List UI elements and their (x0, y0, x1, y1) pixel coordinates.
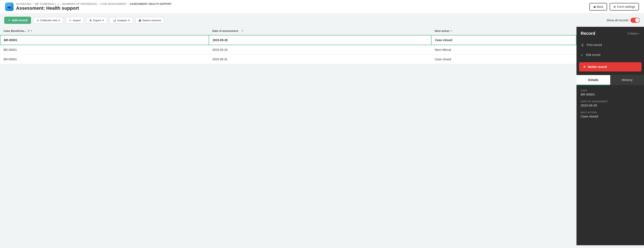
page-title: Assessment: Health support (16, 5, 172, 11)
import-button[interactable]: ☺ Import (66, 17, 84, 24)
breadcrumb-assessment: ASSESSMENT: HEALTH SUPPORT (130, 2, 172, 5)
column-next-action: Next action ▾ (431, 27, 576, 35)
main-layout: Case Beneficiar... ⇅ ▾ Date of assessmen… (0, 27, 644, 245)
column-next-action-label: Next action (435, 29, 450, 32)
column-date-label: Date of assessment (212, 29, 238, 32)
panel-header: Record Collapse › (576, 27, 644, 38)
import-icon: ☺ (69, 19, 72, 22)
app-header: DATABASES › MR. DOMENICO (...) › (NUMBER… (0, 0, 644, 14)
show-all-records-control: Show all records (607, 18, 640, 23)
cell-case-beneficiary: BR-00001 (0, 45, 209, 55)
analyze-label: Analyze (117, 19, 127, 22)
collection-link-button[interactable]: ⊙ Collection link ▾ (34, 17, 63, 24)
collapse-label: Collapse (627, 32, 638, 35)
breadcrumb: DATABASES › MR. DOMENICO (...) › (NUMBER… (16, 2, 172, 5)
data-table: Case Beneficiar... ⇅ ▾ Date of assessmen… (0, 27, 576, 64)
sort-icon-date[interactable]: ↑ (239, 30, 240, 32)
collection-link-label: Collection link (40, 19, 57, 22)
back-icon: ◀ (593, 5, 596, 8)
add-record-button[interactable]: ＋ Add record (4, 17, 31, 24)
table-row[interactable]: BR-00001 2023-09-19 Next referral (0, 45, 576, 55)
cell-date: 2023-09-28 (209, 35, 431, 45)
select-columns-button[interactable]: ▦ Select columns (136, 17, 164, 24)
column-case-beneficiary: Case Beneficiar... ⇅ ▾ (0, 27, 209, 35)
column-date-of-assessment: Date of assessment ↑ ▾ (209, 27, 431, 35)
delete-record-label: Delete record (588, 65, 607, 68)
table-row[interactable]: BR-00001 2023-09-28 Case closed (0, 35, 576, 45)
panel-actions: 🖨 Print record ↙ Edit record (576, 38, 644, 61)
export-icon: ⊕ (90, 19, 92, 22)
breadcrumb-sep1: › (33, 2, 34, 5)
add-record-label: Add record (12, 18, 28, 22)
right-panel: Record Collapse › 🖨 Print record ↙ Edit … (576, 27, 644, 245)
tab-history-label: History (622, 78, 632, 82)
form-settings-label: Form settings (617, 5, 635, 8)
edit-icon: ↙ (581, 53, 584, 57)
print-record-label: Print record (586, 43, 602, 47)
panel-title: Record (581, 31, 595, 36)
select-columns-label: Select columns (142, 19, 161, 22)
header-left: DATABASES › MR. DOMENICO (...) › (NUMBER… (5, 2, 172, 11)
breadcrumb-sep3: › (98, 2, 99, 5)
breadcrumb-case-management[interactable]: CASE MANAGEMENT (100, 2, 126, 5)
detail-case: CASE BR-00001 (581, 89, 640, 96)
cell-next-action: Next referral (431, 45, 576, 55)
show-all-records-toggle[interactable] (630, 18, 640, 23)
tabs: Details History (576, 75, 644, 85)
date-label: DATE OF ASSESSMENT (581, 100, 640, 103)
analyze-icon: 📊 (113, 19, 116, 22)
tab-details-label: Details (588, 78, 598, 82)
column-case-beneficiary-label: Case Beneficiar... (4, 29, 26, 32)
link-icon: ⊙ (37, 19, 39, 22)
form-settings-button[interactable]: ⊕ Form settings (610, 3, 639, 10)
cell-date: 2023-09-19 (209, 45, 431, 55)
breadcrumb-sep2: › (60, 2, 61, 5)
add-icon: ＋ (8, 18, 10, 22)
back-label: Back (597, 5, 603, 8)
edit-record-label: Edit record (586, 53, 600, 56)
cell-next-action: Case closed (431, 55, 576, 64)
breadcrumb-sep4: › (128, 2, 129, 5)
title-section: DATABASES › MR. DOMENICO (...) › (NUMBER… (16, 2, 172, 11)
table-row[interactable]: BR-00001 2023-08-31 Case closed (0, 55, 576, 64)
tab-history[interactable]: History (610, 75, 644, 85)
delete-icon: ✕ (583, 65, 586, 68)
collapse-button[interactable]: Collapse › (627, 32, 640, 35)
header-right: ◀ Back ⊕ Form settings (589, 3, 639, 10)
cell-next-action: Case closed (431, 35, 576, 45)
breadcrumb-databases[interactable]: DATABASES (16, 2, 32, 5)
filter-icon-next-action[interactable]: ▾ (451, 29, 452, 32)
details-section: CASE BR-00001 DATE OF ASSESSMENT 2023-09… (576, 85, 644, 127)
export-chevron-icon: ▾ (102, 19, 104, 22)
filter-icon-case[interactable]: ▾ (31, 29, 32, 32)
next-action-value: Case closed (581, 115, 640, 118)
chevron-down-icon: ▾ (58, 19, 60, 22)
breadcrumb-mr-domenico[interactable]: MR. DOMENICO (...) (35, 2, 59, 5)
edit-record-item[interactable]: ↙ Edit record (576, 50, 644, 60)
sort-icon-case[interactable]: ⇅ (28, 29, 30, 32)
back-button[interactable]: ◀ Back (589, 3, 607, 10)
print-record-item[interactable]: 🖨 Print record (576, 40, 644, 50)
analyze-chevron-icon: ▾ (128, 19, 130, 22)
cell-case-beneficiary: BR-00001 (0, 35, 209, 45)
toolbar: ＋ Add record ⊙ Collection link ▾ ☺ Impor… (0, 14, 644, 27)
printer-icon: 🖨 (581, 43, 584, 47)
cell-date: 2023-08-31 (209, 55, 431, 64)
export-button[interactable]: ⊕ Export ▾ (86, 17, 107, 24)
tab-details[interactable]: Details (576, 75, 610, 85)
case-value: BR-00001 (581, 93, 640, 96)
breadcrumb-numbers[interactable]: (NUMBERS OF REFERENCE) (62, 2, 97, 5)
content-area: Case Beneficiar... ⇅ ▾ Date of assessmen… (0, 27, 576, 245)
settings-icon: ⊕ (614, 5, 616, 8)
delete-record-button[interactable]: ✕ Delete record (579, 62, 642, 71)
detail-date: DATE OF ASSESSMENT 2023-09-28 (581, 100, 640, 107)
export-label: Export (93, 19, 101, 22)
table-header: Case Beneficiar... ⇅ ▾ Date of assessmen… (0, 27, 576, 35)
app-icon (5, 2, 14, 11)
collapse-chevron-icon: › (639, 32, 640, 35)
analyze-button[interactable]: 📊 Analyze ▾ (110, 17, 133, 24)
cell-case-beneficiary: BR-00001 (0, 55, 209, 64)
filter-icon-date[interactable]: ▾ (242, 29, 243, 32)
date-value: 2023-09-28 (581, 104, 640, 107)
case-label: CASE (581, 89, 640, 92)
